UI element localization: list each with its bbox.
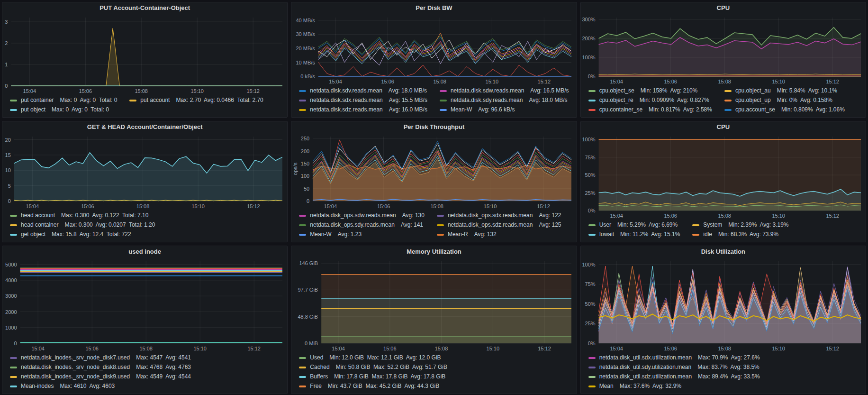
series-name[interactable]: Free [310,382,322,390]
legend-item[interactable]: netdata.disk_util.sdy.utilization.meanMa… [588,363,760,371]
chart-memory-utilization[interactable]: 0 MiB48.8 GiB97.7 GiB146 GiB15:0415:0615… [291,257,576,353]
series-name[interactable]: Mean-R [448,230,468,239]
legend-item[interactable]: cpu.container_seMin: 0.817% Avg: 2.58% [588,106,712,114]
legend-item[interactable]: netdata.disk_inodes._srv_node_disk8.used… [10,363,191,371]
series-name[interactable]: netdata.disk.sdw.reads.mean [451,87,524,95]
legend-item[interactable]: Mean-WAvg: 96.6 kB/s [440,106,569,114]
series-name[interactable]: netdata.disk_util.sdz.utilization.mean [599,373,692,381]
legend-item[interactable]: CachedMin: 50.8 GiB Max: 52.2 GiB Avg: 5… [299,363,447,371]
chart-put-account-container-object[interactable]: 012315:0415:0615:0815:1015:12 [2,14,287,95]
legend-item[interactable]: put containerMax: 0 Avg: 0 Total: 0 [10,96,117,104]
chart-cpu-mid[interactable]: 0%25%50%75%100%15:0415:0615:0815:1015:12 [581,133,866,220]
series-name[interactable]: cpu.container_se [599,106,642,114]
series-name[interactable]: Iowait [599,230,614,239]
legend-item[interactable]: cpu.object_upMin: 0% Avg: 0.158% [724,96,845,104]
series-name[interactable]: netdata.disk_ops.sdz.reads.mean [448,221,533,229]
svg-text:50%: 50% [585,301,595,307]
chart-cpu-top[interactable]: 0%100%200%300%15:0415:0615:0815:1015:12 [581,14,866,86]
legend-item[interactable]: netdata.disk_ops.sdz.reads.meanAvg: 125 [437,221,561,229]
panel-title[interactable]: PUT Account-Container-Object [2,2,287,14]
legend-item[interactable]: BuffersMin: 17.8 GiB Max: 17.8 GiB Avg: … [299,373,447,381]
legend-item[interactable]: netdata.disk.sdv.reads.meanAvg: 18.0 MB/… [299,87,427,95]
series-name[interactable]: Buffers [310,373,328,381]
series-name[interactable]: Mean [599,382,614,390]
series-name[interactable]: netdata.disk.sdy.reads.mean [451,96,523,104]
legend-item[interactable]: SystemMin: 2.39% Avg: 3.19% [692,221,788,229]
legend-item[interactable]: netdata.disk.sdw.reads.meanAvg: 16.5 MB/… [440,87,569,95]
legend-item[interactable]: FreeMin: 43.7 GiB Max: 45.2 GiB Avg: 44.… [299,382,447,390]
panel-title[interactable]: CPU [581,2,866,14]
legend-item[interactable]: idleMin: 68.3% Avg: 73.9% [692,230,788,239]
series-name[interactable]: Cached [310,363,329,371]
series-name[interactable]: cpu.object_se [599,87,634,95]
chart-get-head[interactable]: 0510152015:0415:0615:0815:1015:12 [2,133,287,211]
series-name[interactable]: Mean-W [310,230,331,239]
panel-title[interactable]: CPU [581,121,866,133]
series-name[interactable]: Used [310,354,323,362]
panel-title[interactable]: used inode [2,246,287,257]
series-name[interactable]: get object [21,230,45,239]
series-name[interactable]: head container [21,221,58,229]
legend-item[interactable]: netdata.disk_util.sdx.utilization.meanMa… [588,354,760,362]
legend-item[interactable]: put accountMax: 2.70 Avg: 0.0466 Total: … [129,96,263,104]
legend-item[interactable]: netdata.disk_inodes._srv_node_disk9.used… [10,373,191,381]
series-name[interactable]: Mean-inodes [21,382,54,390]
legend-item[interactable]: netdata.disk_util.sdz.utilization.meanMa… [588,373,760,381]
panel-title[interactable]: Disk Utilization [581,246,866,257]
chart-per-disk-bw[interactable]: 0 kB/s10 MB/s20 MB/s30 MB/s40 MB/s15:041… [291,14,576,86]
series-name[interactable]: netdata.disk_ops.sdw.reads.mean [310,211,396,220]
legend-item[interactable]: head accountMax: 0.300 Avg: 0.122 Total:… [10,211,155,220]
legend-item[interactable]: Mean-RAvg: 132 [437,230,561,239]
legend-item[interactable]: cpu.object_auMin: 5.84% Avg: 10.1% [724,87,845,95]
series-name[interactable]: netdata.disk_inodes._srv_node_disk9.used [21,373,130,381]
series-name[interactable]: netdata.disk_inodes._srv_node_disk8.used [21,363,130,371]
chart-per-disk-throughput[interactable]: 05010015020025015:0415:0615:0815:1015:12… [291,133,576,211]
series-name[interactable]: put object [21,106,45,114]
series-name[interactable]: cpu.object_re [599,96,633,104]
series-name[interactable]: idle [703,230,712,239]
panel-title[interactable]: GET & HEAD Account/Container/Object [2,121,287,133]
legend-item[interactable]: UsedMin: 12.0 GiB Max: 12.1 GiB Avg: 12.… [299,354,447,362]
legend-item[interactable]: cpu.object_reMin: 0.0909% Avg: 0.827% [588,96,712,104]
series-name[interactable]: put account [140,96,170,104]
legend-item[interactable]: Mean-inodesMax: 4610 Avg: 4603 [10,382,191,390]
series-name[interactable]: netdata.disk_util.sdy.utilization.mean [599,363,692,371]
series-name[interactable]: cpu.object_up [735,96,771,104]
legend-item[interactable]: netdata.disk_ops.sdx.reads.meanAvg: 122 [437,211,561,220]
panel-title[interactable]: Per Disk BW [291,2,576,14]
legend-item[interactable]: MeanMax: 37.6% Avg: 32.9% [588,382,760,390]
series-name[interactable]: netdata.disk.sdx.reads.mean [310,96,382,104]
series-name[interactable]: Mean-W [451,106,472,114]
series-name[interactable]: System [703,221,722,229]
series-name[interactable]: cpu.account_se [735,106,775,114]
legend-item[interactable]: netdata.disk.sdy.reads.meanAvg: 18.0 MB/… [440,96,569,104]
svg-text:15:04: 15:04 [26,203,39,209]
chart-used-inode[interactable]: 01000200030004000500015:0415:0615:0815:1… [2,257,287,353]
series-name[interactable]: netdata.disk_ops.sdy.reads.mean [310,221,395,229]
series-name[interactable]: User [599,221,611,229]
series-name[interactable]: netdata.disk_inodes._srv_node_disk7.used [21,354,130,362]
series-name[interactable]: netdata.disk.sdz.reads.mean [310,106,382,114]
legend-item[interactable]: put objectMax: 0 Avg: 0 Total: 0 [10,106,117,114]
series-name[interactable]: netdata.disk_util.sdx.utilization.mean [599,354,692,362]
panel-title[interactable]: Per Disk Throughput [291,121,576,133]
legend-item[interactable]: netdata.disk_ops.sdw.reads.meanAvg: 130 [299,211,425,220]
series-name[interactable]: head account [21,211,55,220]
legend-item[interactable]: netdata.disk_ops.sdy.reads.meanAvg: 141 [299,221,425,229]
legend-item[interactable]: get objectMax: 15.8 Avg: 12.4 Total: 722 [10,230,155,239]
legend-item[interactable]: netdata.disk.sdz.reads.meanAvg: 16.0 MB/… [299,106,427,114]
series-name[interactable]: netdata.disk_ops.sdx.reads.mean [448,211,533,220]
series-name[interactable]: netdata.disk.sdv.reads.mean [310,87,382,95]
legend-item[interactable]: UserMin: 5.29% Avg: 6.69% [588,221,680,229]
legend-item[interactable]: cpu.account_seMin: 0.809% Avg: 1.06% [724,106,845,114]
panel-title[interactable]: Memory Utilization [291,246,576,257]
series-name[interactable]: cpu.object_au [735,87,771,95]
legend-item[interactable]: netdata.disk.sdx.reads.meanAvg: 15.5 MB/… [299,96,427,104]
series-name[interactable]: put container [21,96,54,104]
legend-item[interactable]: cpu.object_seMin: 158% Avg: 210% [588,87,712,95]
chart-disk-utilization[interactable]: 0%25%50%75%100%15:0415:0615:0815:1015:12 [581,257,866,353]
legend-item[interactable]: IowaitMin: 11.2% Avg: 15.1% [588,230,680,239]
legend-item[interactable]: head containerMax: 0.300 Avg: 0.0207 Tot… [10,221,155,229]
legend-item[interactable]: netdata.disk_inodes._srv_node_disk7.used… [10,354,191,362]
legend-item[interactable]: Mean-WAvg: 1.23 [299,230,425,239]
